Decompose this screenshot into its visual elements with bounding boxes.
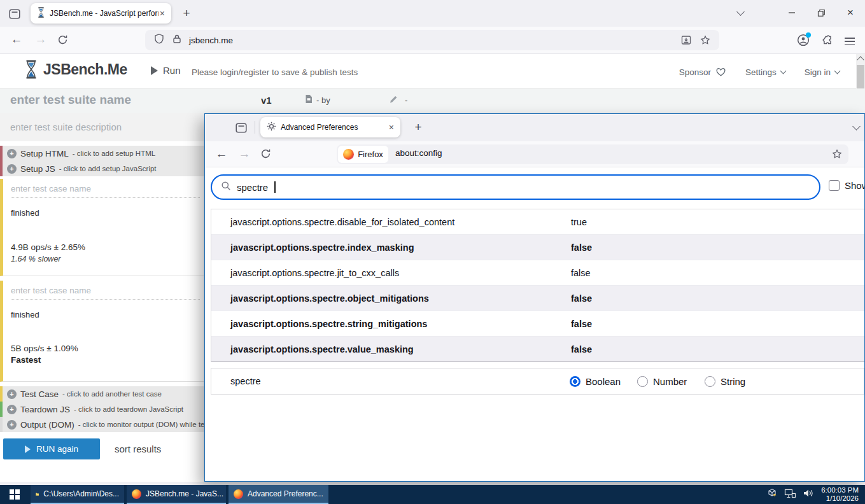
start-button[interactable] xyxy=(0,485,29,504)
restore-icon xyxy=(817,9,826,17)
status-text: finished xyxy=(11,310,39,319)
pref-row[interactable]: javascript.options.spectre.value_masking… xyxy=(211,337,864,362)
firefox-icon xyxy=(343,149,354,160)
new-tab-button[interactable]: + xyxy=(178,5,195,22)
radio-icon xyxy=(705,376,715,387)
front-nav-toolbar: ← → Firefox about:config xyxy=(205,141,864,167)
taskbar-item-jsbench[interactable]: JSBench.me - JavaS... xyxy=(127,485,226,504)
reload-icon xyxy=(57,34,68,45)
signin-menu[interactable]: Sign in xyxy=(805,67,840,77)
suite-name-input[interactable]: enter test suite name xyxy=(10,93,131,107)
forward-button: → xyxy=(32,32,50,46)
close-icon[interactable]: × xyxy=(388,122,395,132)
reload-button[interactable] xyxy=(57,34,68,48)
restore-button[interactable] xyxy=(806,0,836,25)
star-icon[interactable] xyxy=(700,35,710,48)
pref-row[interactable]: javascript.options.spectre.index_masking… xyxy=(211,235,864,260)
shield-icon[interactable] xyxy=(154,34,164,46)
save-icon[interactable] xyxy=(681,35,691,48)
test-case-name-input[interactable]: enter test case name xyxy=(11,286,200,300)
tab-title: Advanced Preferences xyxy=(281,123,388,132)
minimize-button[interactable] xyxy=(777,0,806,25)
taskbar-item-advanced-preferences[interactable]: Advanced Preferenc... xyxy=(229,485,328,504)
list-tabs-button[interactable] xyxy=(726,0,755,25)
star-icon[interactable] xyxy=(832,149,842,162)
jsbench-header: JSBench.Me Run Please login/register to … xyxy=(0,54,865,88)
pref-row[interactable]: javascript.options.spectre.string_mitiga… xyxy=(211,311,864,337)
preferences-table: javascript.options.spectre.disable_for_i… xyxy=(211,209,864,362)
sponsor-link[interactable]: Sponsor xyxy=(679,67,726,77)
taskbar-clock[interactable]: 6:00:03 PM 1/10/2026 xyxy=(821,486,862,503)
setup-html-row[interactable]: + Setup HTML - click to add setup HTML xyxy=(0,146,204,161)
radio-string[interactable]: String xyxy=(705,376,745,387)
pref-row[interactable]: javascript.options.spectre.object_mitiga… xyxy=(211,286,864,311)
show-modified-checkbox[interactable]: Show xyxy=(829,180,865,191)
play-icon xyxy=(25,445,31,453)
list-tabs-button[interactable] xyxy=(841,114,865,141)
hourglass-icon xyxy=(24,60,38,79)
test-suite-sidebar: enter test suite description + Setup HTM… xyxy=(0,113,204,482)
about-config-window: Advanced Preferences × + ← → Firefox abo… xyxy=(204,113,865,482)
test-case-card-2[interactable]: enter test case name finished 5B ops/s ±… xyxy=(0,281,204,382)
taskbar-item-explorer[interactable]: C:\Users\Admin\Des... xyxy=(31,485,124,504)
extensions-icon[interactable] xyxy=(822,34,833,48)
tab-jsbench[interactable]: JSBench.me - JavaScript perform × xyxy=(31,3,171,24)
teardown-js-row[interactable]: + Teardown JS - click to add teardown Ja… xyxy=(0,402,204,417)
jsbench-logo[interactable]: JSBench.Me xyxy=(24,60,127,79)
close-icon[interactable]: × xyxy=(158,8,166,18)
suite-edit-dash: - xyxy=(405,95,407,105)
search-input[interactable]: spectre xyxy=(211,174,820,200)
output-dom-row[interactable]: + Output (DOM) - click to monitor output… xyxy=(0,417,204,432)
setup-js-row[interactable]: + Setup JS - click to add setup JavaScri… xyxy=(0,161,204,176)
run-button[interactable]: Run xyxy=(151,65,181,76)
folder-icon xyxy=(36,490,39,498)
sort-results-link[interactable]: sort results xyxy=(115,444,161,454)
scroll-up-icon xyxy=(857,56,864,63)
firefox-icon xyxy=(132,489,141,499)
add-icon: + xyxy=(7,164,17,174)
hourglass-icon xyxy=(37,7,45,20)
system-tray: 6:00:03 PM 1/10/2026 xyxy=(767,485,862,504)
add-icon: + xyxy=(7,389,17,399)
close-icon: × xyxy=(847,6,854,19)
url-text[interactable]: jsbench.me xyxy=(189,36,233,45)
firefox-view-icon[interactable] xyxy=(233,120,250,136)
chevron-down-icon xyxy=(834,68,841,74)
new-pref-name: spectre xyxy=(230,376,261,386)
reload-button[interactable] xyxy=(260,148,271,162)
firefox-icon xyxy=(234,489,243,499)
menu-icon[interactable] xyxy=(845,36,855,46)
radio-number[interactable]: Number xyxy=(637,376,687,387)
checkbox-icon[interactable] xyxy=(829,180,840,191)
url-text[interactable]: about:config xyxy=(395,148,442,158)
back-button[interactable]: ← xyxy=(213,147,230,161)
url-bar[interactable]: Firefox about:config xyxy=(337,144,848,164)
firefox-view-icon[interactable] xyxy=(6,6,23,22)
notification-dot xyxy=(806,32,811,38)
settings-menu[interactable]: Settings xyxy=(745,67,785,77)
test-case-card-1[interactable]: enter test case name finished 4.9B ops/s… xyxy=(0,179,204,276)
suite-description-input[interactable]: enter test suite description xyxy=(0,113,204,141)
pref-row[interactable]: javascript.options.spectre.jit_to_cxx_ca… xyxy=(211,260,864,286)
desktop: JSBench.me - JavaScript perform × + × ← … xyxy=(0,0,865,504)
package-icon[interactable] xyxy=(767,488,777,501)
speaker-icon[interactable] xyxy=(803,489,814,500)
lock-icon[interactable] xyxy=(172,34,181,46)
add-test-case-row[interactable]: + Test Case - click to add another test … xyxy=(0,386,204,402)
account-icon[interactable] xyxy=(797,34,810,49)
pref-row[interactable]: javascript.options.spectre.disable_for_i… xyxy=(211,209,864,235)
close-window-button[interactable]: × xyxy=(836,0,865,25)
new-tab-button[interactable]: + xyxy=(410,119,426,136)
back-button[interactable]: ← xyxy=(8,32,25,46)
chevron-down-icon xyxy=(852,122,861,130)
url-bar[interactable]: jsbench.me xyxy=(145,30,719,50)
suite-title-row: enter test suite name v1 - by - xyxy=(0,88,865,113)
chevron-down-icon xyxy=(780,68,786,74)
network-icon[interactable] xyxy=(784,489,796,501)
tab-advanced-preferences[interactable]: Advanced Preferences × xyxy=(260,117,400,137)
text-cursor xyxy=(274,181,276,193)
test-case-name-input[interactable]: enter test case name xyxy=(11,184,200,198)
run-again-button[interactable]: RUN again xyxy=(3,438,100,459)
radio-boolean[interactable]: Boolean xyxy=(570,376,621,387)
pencil-icon xyxy=(389,95,398,106)
